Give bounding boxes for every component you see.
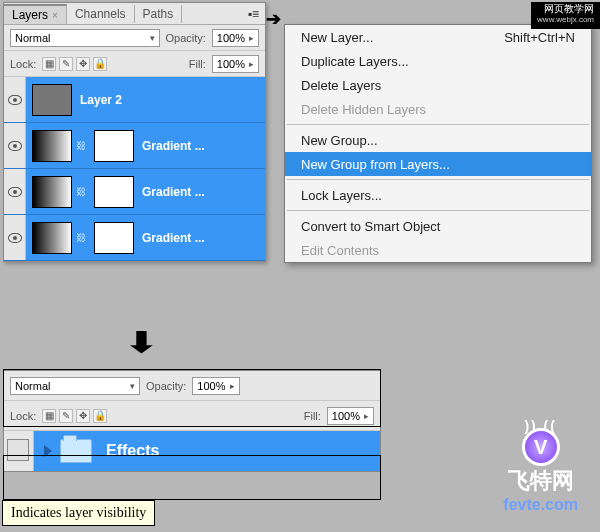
arrow-down-icon: ⬇: [125, 326, 157, 359]
blend-mode-select[interactable]: Normal ▾: [10, 29, 160, 47]
watermark-top: 网页教学网 www.webjx.com: [531, 2, 600, 29]
lock-icons: ▦ ✎ ✥ 🔒: [42, 57, 107, 71]
fill-value: 100%: [332, 410, 360, 422]
opacity-label: Opacity:: [166, 32, 206, 44]
visibility-toggle[interactable]: [4, 123, 26, 168]
group-row[interactable]: Effects: [4, 431, 380, 471]
menu-item-label: Edit Contents: [301, 243, 379, 258]
opacity-input[interactable]: 100%▸: [192, 377, 239, 395]
opacity-value: 100%: [197, 380, 225, 392]
menu-item-label: Convert to Smart Object: [301, 219, 440, 234]
lock-pixels-icon[interactable]: ✎: [59, 409, 73, 423]
link-icon: ⛓: [76, 140, 86, 151]
group-name[interactable]: Effects: [106, 442, 159, 460]
lock-position-icon[interactable]: ✥: [76, 409, 90, 423]
blend-mode-value: Normal: [15, 32, 50, 44]
fill-value: 100%: [217, 58, 245, 70]
menu-delete-hidden-layers: Delete Hidden Layers: [285, 97, 591, 121]
chevron-right-icon: ▸: [364, 411, 369, 421]
tab-paths[interactable]: Paths: [135, 5, 183, 23]
brand-text: 飞特网: [508, 468, 574, 493]
layer-row[interactable]: Layer 2: [4, 77, 265, 123]
menu-item-label: New Layer...: [301, 30, 373, 45]
layer-row[interactable]: ⛓ Gradient ...: [4, 169, 265, 215]
lock-all-icon[interactable]: 🔒: [93, 57, 107, 71]
layers-panel: Layers× Channels Paths ▪≡ Normal ▾ Opaci…: [3, 2, 266, 262]
link-icon: ⛓: [76, 186, 86, 197]
fill-input[interactable]: 100%▸: [327, 407, 374, 425]
opacity-input[interactable]: 100%▸: [212, 29, 259, 47]
arrow-right-icon: ➔: [266, 8, 281, 30]
visibility-tooltip: Indicates layer visibility: [2, 500, 155, 526]
tab-layers[interactable]: Layers×: [4, 4, 67, 24]
menu-new-group[interactable]: New Group...: [285, 128, 591, 152]
layer-name[interactable]: Gradient ...: [142, 139, 205, 153]
menu-item-label: New Group from Layers...: [301, 157, 450, 172]
visibility-toggle[interactable]: [4, 215, 26, 260]
lock-label: Lock:: [10, 410, 36, 422]
layer-thumbnail[interactable]: [32, 84, 72, 116]
layer-thumbnail[interactable]: [32, 176, 72, 208]
layer-name[interactable]: Layer 2: [80, 93, 122, 107]
layer-row[interactable]: ⛓ Gradient ...: [4, 123, 265, 169]
lock-icons: ▦ ✎ ✥ 🔒: [42, 409, 107, 423]
eye-icon: [8, 141, 22, 151]
lock-pixels-icon[interactable]: ✎: [59, 57, 73, 71]
logo-v-icon: V: [522, 428, 560, 466]
watermark-brand: 飞特网 fevte.com: [503, 466, 578, 514]
layer-thumbnail[interactable]: [32, 222, 72, 254]
layer-thumbnail[interactable]: [32, 130, 72, 162]
visibility-empty-icon: [7, 439, 29, 461]
lock-position-icon[interactable]: ✥: [76, 57, 90, 71]
menu-convert-smart-object[interactable]: Convert to Smart Object: [285, 214, 591, 238]
chevron-right-icon: ▸: [249, 33, 254, 43]
menu-lock-layers[interactable]: Lock Layers...: [285, 183, 591, 207]
menu-separator: [287, 124, 589, 125]
layer-name[interactable]: Gradient ...: [142, 231, 205, 245]
blend-mode-select[interactable]: Normal ▾: [10, 377, 140, 395]
tab-layers-label: Layers: [12, 8, 48, 22]
chevron-down-icon: ▾: [130, 381, 135, 391]
menu-edit-contents: Edit Contents: [285, 238, 591, 262]
layer-mask-thumbnail[interactable]: [94, 222, 134, 254]
layer-mask-thumbnail[interactable]: [94, 130, 134, 162]
opacity-label: Opacity:: [146, 380, 186, 392]
fill-label: Fill:: [304, 410, 321, 422]
menu-item-label: New Group...: [301, 133, 378, 148]
layer-name[interactable]: Gradient ...: [142, 185, 205, 199]
lock-label: Lock:: [10, 58, 36, 70]
visibility-toggle[interactable]: [4, 431, 34, 471]
layer-mask-thumbnail[interactable]: [94, 176, 134, 208]
menu-item-label: Delete Layers: [301, 78, 381, 93]
close-icon[interactable]: ×: [52, 10, 58, 21]
watermark-url: www.webjx.com: [537, 14, 594, 25]
layers-flyout-menu: New Layer... Shift+Ctrl+N Duplicate Laye…: [284, 24, 592, 263]
lock-transparent-icon[interactable]: ▦: [42, 409, 56, 423]
blend-opacity-row: Normal ▾ Opacity: 100%▸: [4, 25, 265, 51]
menu-item-label: Duplicate Layers...: [301, 54, 409, 69]
layer-row[interactable]: ⛓ Gradient ...: [4, 215, 265, 261]
blend-mode-value: Normal: [15, 380, 50, 392]
menu-new-group-from-layers[interactable]: New Group from Layers...: [285, 152, 591, 176]
opacity-value: 100%: [217, 32, 245, 44]
tab-channels[interactable]: Channels: [67, 5, 135, 23]
menu-item-label: Delete Hidden Layers: [301, 102, 426, 117]
menu-delete-layers[interactable]: Delete Layers: [285, 73, 591, 97]
watermark-title: 网页教学网: [544, 3, 594, 14]
visibility-toggle[interactable]: [4, 169, 26, 214]
panel-tabs: Layers× Channels Paths ▪≡: [4, 3, 265, 25]
lock-all-icon[interactable]: 🔒: [93, 409, 107, 423]
link-icon: ⛓: [76, 232, 86, 243]
menu-duplicate-layers[interactable]: Duplicate Layers...: [285, 49, 591, 73]
eye-icon: [8, 187, 22, 197]
fill-label: Fill:: [189, 58, 206, 70]
blend-opacity-row: Normal ▾ Opacity: 100%▸: [4, 371, 380, 401]
visibility-toggle[interactable]: [4, 77, 26, 122]
brand-domain: fevte.com: [503, 496, 578, 514]
panel-flyout-icon[interactable]: ▪≡: [242, 7, 265, 21]
disclosure-triangle-icon[interactable]: [44, 445, 52, 457]
folder-icon: [60, 439, 92, 463]
lock-fill-row: Lock: ▦ ✎ ✥ 🔒 Fill: 100%▸: [4, 401, 380, 431]
lock-transparent-icon[interactable]: ▦: [42, 57, 56, 71]
fill-input[interactable]: 100%▸: [212, 55, 259, 73]
